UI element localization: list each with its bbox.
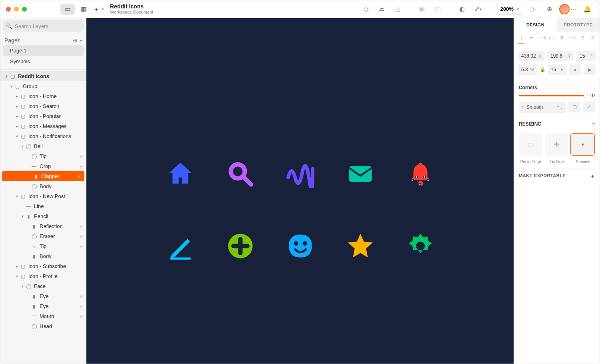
layer-row[interactable]: ◯Head xyxy=(0,321,86,331)
layer-row[interactable]: ▾◯Face xyxy=(0,281,86,291)
inspector-tabs: DESIGN PROTOTYPE xyxy=(514,18,600,32)
layer-root[interactable]: ▾▢ Reddit Icons xyxy=(0,71,86,81)
new-post-icon[interactable] xyxy=(166,232,194,260)
layer-row[interactable]: ▸▢Icon - Home xyxy=(0,91,86,101)
distribute-v-icon[interactable]: ⊟ xyxy=(589,35,596,46)
tool-symbol-icon[interactable]: ⏏ xyxy=(376,3,388,15)
notifications-bell-icon[interactable]: 🔔 xyxy=(581,3,593,15)
popular-icon[interactable] xyxy=(286,160,314,188)
lock-aspect-icon[interactable]: 🔒 xyxy=(540,64,545,75)
layer-row[interactable]: —Line xyxy=(0,201,86,211)
add-page-icon[interactable]: ⊕ xyxy=(73,37,78,44)
preview-button[interactable]: ▷ xyxy=(527,3,539,15)
inspector-panel: DESIGN PROTOTYPE |⟵ ⇔ ⟶| ⟵ ⇕ ⟶ ⊟ ⊟ 438.0… xyxy=(514,18,600,364)
layer-row[interactable]: ▮Eye⎘ xyxy=(0,301,86,311)
pages-chevron-icon[interactable]: ▾ xyxy=(80,38,82,43)
h-field[interactable]: 16H xyxy=(548,64,567,75)
x-field[interactable]: 438.02X xyxy=(518,51,545,61)
align-top-icon[interactable]: ⟵ xyxy=(548,35,555,46)
insert-button[interactable]: ＋▾ xyxy=(93,4,104,14)
layer-row[interactable]: ▮Reflection⎘ xyxy=(0,221,86,231)
chevron-down-icon[interactable]: ▾ xyxy=(592,121,595,127)
add-export-icon[interactable]: ＋ xyxy=(590,173,595,179)
tool-transform-icon[interactable]: ◫ xyxy=(432,3,444,15)
layer-search-input[interactable]: 🔍 Search Layers xyxy=(3,20,84,32)
layer-row[interactable]: ◯Tip⎘ xyxy=(0,151,86,161)
profile-icon[interactable] xyxy=(286,232,314,260)
document-title: Reddit Icons xyxy=(110,3,153,10)
layer-row[interactable]: ▽Tip⎘ xyxy=(0,241,86,251)
svg-rect-2 xyxy=(349,166,372,182)
resizing-header: RESIZING▾ xyxy=(514,116,600,129)
tab-design[interactable]: DESIGN xyxy=(514,18,557,32)
align-right-icon[interactable]: ⟶| xyxy=(538,35,545,46)
minimize-window-icon[interactable] xyxy=(14,7,19,12)
tool-rotate-icon[interactable]: ◐ xyxy=(456,3,468,15)
subscribe-icon[interactable] xyxy=(346,232,374,260)
layer-row[interactable]: 〰Mouth⎘ xyxy=(0,311,86,321)
layer-row[interactable]: ▾▢Icon - New Post xyxy=(0,191,86,201)
layer-row[interactable]: ▮Body xyxy=(0,251,86,261)
layer-row[interactable]: ▸▢Icon - Popular xyxy=(0,111,86,121)
flip-h-icon[interactable]: ▲ xyxy=(569,64,581,75)
tab-prototype[interactable]: PROTOTYPE xyxy=(557,18,600,32)
layer-row[interactable]: ▸▢Icon - Messages xyxy=(0,121,86,131)
layer-row[interactable]: ◯Eraser⎘ xyxy=(0,231,86,241)
layer-row[interactable]: —Crop⎘ xyxy=(0,161,86,171)
align-center-h-icon[interactable]: ⇔ xyxy=(528,35,534,46)
layer-row[interactable]: ▾◯Bell xyxy=(0,141,86,151)
user-avatar[interactable] xyxy=(559,4,570,14)
layer-row[interactable]: ▮Eye⎘ xyxy=(0,291,86,301)
layer-row[interactable]: ▮Clapper⎘ xyxy=(2,171,84,181)
make-exportable-row[interactable]: MAKE EXPORTABLE＋ xyxy=(514,168,600,184)
maximize-window-icon[interactable] xyxy=(22,7,27,12)
tool-create-symbol-icon[interactable]: ⌸ xyxy=(392,3,404,15)
document-subtitle: Workspace Document xyxy=(110,10,153,15)
corner-mode-select[interactable]: ◜Smooth ⌃⌄ xyxy=(519,102,566,113)
page-row-1[interactable]: Page 1 xyxy=(3,45,84,56)
add-icon[interactable] xyxy=(226,232,254,260)
settings-icon[interactable] xyxy=(406,232,434,260)
share-more-icon[interactable]: ⋯ xyxy=(570,5,577,13)
corners-slider[interactable]: 10 xyxy=(514,93,600,98)
comment-button[interactable]: ⊕ xyxy=(543,3,555,15)
tool-scale-icon[interactable]: ⤢▾ xyxy=(472,3,484,15)
layer-row[interactable]: ▾▮Pencil xyxy=(0,211,86,221)
fix-size-button[interactable]: ✚ xyxy=(545,133,568,156)
tool-edit-icon[interactable]: ▣ xyxy=(416,3,428,15)
flip-v-icon[interactable]: ▶ xyxy=(584,64,596,75)
notifications-icon[interactable] xyxy=(406,160,434,188)
canvas-view-button[interactable]: ▭ xyxy=(60,4,75,15)
w-field[interactable]: 5.3W xyxy=(518,64,537,75)
zoom-select[interactable]: 200% ▾ xyxy=(496,4,523,15)
layer-row[interactable]: ▸▢Icon - Subscribe xyxy=(0,261,86,271)
y-field[interactable]: 199.6Y xyxy=(547,51,574,61)
page-row-symbols[interactable]: Symbols xyxy=(3,56,84,67)
close-window-icon[interactable] xyxy=(6,7,11,12)
messages-icon[interactable] xyxy=(346,160,374,188)
layer-row[interactable]: ▸▢Icon - Search xyxy=(0,101,86,111)
corner-expand-icon[interactable]: ⤢ xyxy=(583,102,595,112)
svg-line-1 xyxy=(243,177,251,185)
layer-row[interactable]: ▾▢Group xyxy=(0,81,86,91)
canvas[interactable] xyxy=(86,18,514,364)
align-bottom-icon[interactable]: ⟶ xyxy=(569,35,575,46)
resize-preview-button[interactable]: ▪ xyxy=(570,133,595,156)
home-icon[interactable] xyxy=(166,160,194,188)
align-middle-icon[interactable]: ⇕ xyxy=(559,35,565,46)
svg-point-7 xyxy=(294,241,298,246)
resize-labels: Pin to Edge Fix Size Preview xyxy=(514,160,600,168)
layer-row[interactable]: ◯Body xyxy=(0,181,86,191)
align-left-icon[interactable]: |⟵ xyxy=(518,35,524,46)
chevron-updown-icon: ⌃⌄ xyxy=(556,105,563,110)
search-icon-large[interactable] xyxy=(226,160,254,188)
distribute-h-icon[interactable]: ⊟ xyxy=(579,35,586,46)
pin-to-edge-button[interactable]: ▭ xyxy=(519,133,542,156)
rotation-field[interactable]: 15° xyxy=(576,51,596,61)
alignment-controls: |⟵ ⇔ ⟶| ⟵ ⇕ ⟶ ⊟ ⊟ xyxy=(514,32,600,49)
search-placeholder: Search Layers xyxy=(15,23,48,29)
corner-per-side-icon[interactable]: ▢ xyxy=(568,102,580,112)
layer-row[interactable]: ▾▢Icon - Notifications xyxy=(0,131,86,141)
tool-shape-icon[interactable]: ◇ xyxy=(360,3,372,15)
layer-row[interactable]: ▾▢Icon - Profile xyxy=(0,271,86,281)
